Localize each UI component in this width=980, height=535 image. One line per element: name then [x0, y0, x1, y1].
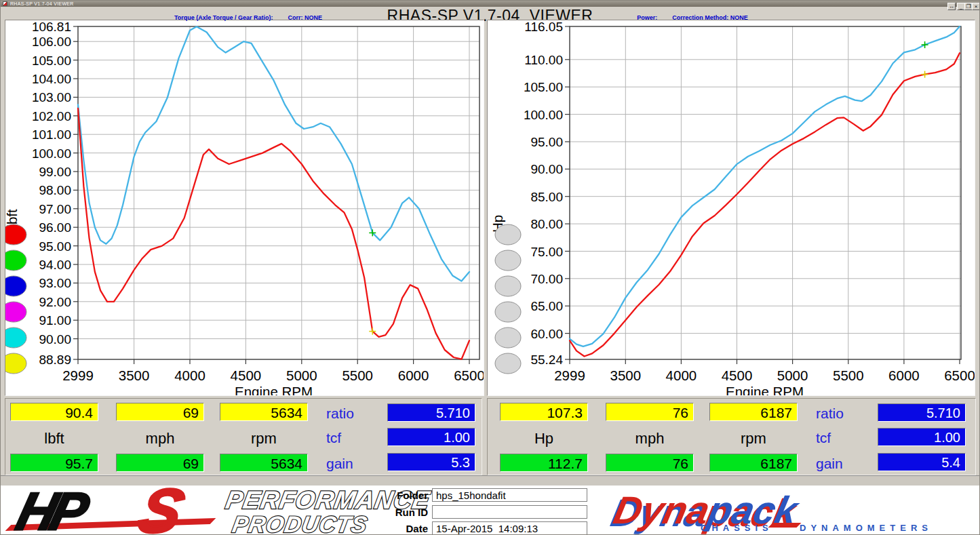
rpm-unit-label: rpm [709, 430, 798, 448]
power-cursor-mph-field: 76 [606, 403, 694, 421]
y-tick-label: 95.00 [39, 239, 71, 254]
y-tick-label: 104.00 [32, 72, 71, 86]
torque-cursor2-value-field: 95.7 [10, 454, 98, 472]
power-header-label: Power: [637, 14, 657, 21]
x-tick-label: 5000 [777, 368, 808, 383]
torque-cursor2-rpm-field: 5634 [220, 454, 308, 472]
hps-logo: HP S PERFORMANCE PRODUCTS [1, 486, 380, 534]
footer: HP S PERFORMANCE PRODUCTS Folder Run ID … [1, 486, 980, 534]
y-tick-label: 55.24 [530, 353, 563, 367]
window-titlebar: RHAS-SP V1.7-04 VIEWER [1, 1, 980, 7]
y-tick-label: 106.81 [32, 20, 71, 34]
trace-color-button-disabled-0 [495, 224, 521, 245]
torque-chart-header: Torque (Axle Torque / Gear Ratio): Corr:… [133, 14, 364, 21]
tcf-label: tcf [816, 430, 831, 446]
power-cursor2-mph-field: 76 [606, 454, 694, 472]
y-tick-label: 96.00 [39, 220, 71, 235]
gain-label: gain [816, 456, 843, 472]
x-tick-label: 2999 [554, 368, 585, 383]
folder-input[interactable] [432, 488, 587, 502]
torque-cursor2-mph-field: 69 [116, 454, 204, 472]
y-tick-label: 85.00 [530, 190, 563, 204]
y-tick-label: 100.00 [524, 108, 563, 122]
x-tick-label: 6500 [944, 368, 975, 383]
trace-color-button-disabled-5 [495, 353, 521, 374]
gain-label: gain [326, 456, 353, 472]
x-axis-title: Engine RPM [235, 384, 313, 395]
y-tick-label: 99.00 [39, 165, 71, 179]
y-tick-label: 60.00 [530, 327, 563, 341]
y-tick-label: 106.00 [32, 35, 71, 49]
dynapack-chassis-text: CHASSIS [701, 523, 773, 533]
gain-value-field: 5.3 [387, 453, 475, 471]
run-id-input[interactable] [432, 505, 587, 519]
run-id-label: Run ID [340, 507, 428, 518]
viewer-window: RHAS-SP V1.7-04 VIEWER ↔ _ ❐ × RHAS-SP V… [0, 0, 980, 535]
torque-cursor-mph-field: 69 [116, 403, 204, 421]
trace-color-button-disabled-3 [495, 302, 521, 322]
tcf-value-field: 1.00 [387, 428, 475, 446]
ratio-value-field: 5.710 [387, 403, 475, 422]
y-tick-label: 75.00 [530, 245, 563, 259]
tcf-label: tcf [326, 430, 341, 446]
y-tick-label: 95.00 [530, 135, 563, 149]
trace-color-button-green[interactable] [5, 250, 26, 271]
x-axis-title: Engine RPM [726, 384, 804, 395]
x-tick-label: 5500 [833, 368, 864, 383]
x-tick-label: 6500 [454, 368, 484, 383]
power-cursor2-rpm-field: 6187 [709, 454, 798, 472]
y-tick-label: 90.00 [39, 332, 71, 346]
x-tick-label: 4500 [722, 368, 753, 383]
y-tick-label: 65.00 [530, 299, 563, 313]
y-tick-label: 110.00 [524, 53, 563, 67]
power-chart[interactable]: 116.05110.00105.00100.0095.0090.0085.008… [488, 20, 975, 395]
y-tick-label: 103.00 [32, 90, 71, 104]
ratio-value-field: 5.710 [878, 403, 966, 422]
x-tick-label: 4500 [231, 368, 262, 383]
trace-color-button-disabled-4 [495, 328, 521, 348]
power-cursor2-value-field: 112.7 [500, 454, 588, 472]
date-input[interactable] [432, 521, 587, 535]
plot-area: 116.05110.00105.00100.0095.0090.0085.008… [490, 20, 975, 395]
trace-color-button-cyan[interactable] [5, 328, 26, 348]
x-tick-label: 3500 [119, 368, 150, 383]
trace-color-button-disabled-1 [495, 250, 521, 271]
y-tick-label: 102.00 [32, 109, 71, 123]
y-tick-label: 100.00 [32, 146, 71, 161]
trace-color-button-magenta[interactable] [5, 302, 26, 322]
trace-color-button-red[interactable] [5, 224, 26, 245]
hps-logo-hp: HP [11, 481, 90, 535]
mph-unit-label: mph [606, 430, 694, 448]
y-tick-label: 94.00 [39, 258, 71, 272]
power-chart-header: Power: Correction Method: NONE [591, 14, 794, 21]
torque-header-label: Torque (Axle Torque / Gear Ratio): [174, 14, 273, 21]
torque-chart-panel: 106.81106.00105.00104.00103.00102.00101.… [5, 20, 484, 396]
torque-unit-label: lbft [10, 430, 98, 448]
power-chart-panel: 116.05110.00105.00100.0095.0090.0085.008… [487, 20, 975, 396]
x-tick-label: 2999 [62, 368, 94, 383]
power-cursor-value-field: 107.3 [500, 403, 588, 421]
dynapack-dynamometers-text: DYNAMOMETERS [800, 523, 933, 533]
gain-value-field: 5.4 [878, 453, 966, 471]
x-tick-label: 4000 [666, 368, 697, 383]
x-tick-label: 4000 [174, 368, 205, 383]
x-tick-label: 6000 [398, 368, 429, 383]
y-tick-label: 105.00 [32, 54, 71, 68]
ratio-label: ratio [326, 405, 354, 422]
y-tick-label: 90.00 [530, 162, 563, 176]
torque-cursor-rpm-field: 5634 [220, 403, 308, 421]
trace-color-button-yellow[interactable] [5, 353, 26, 374]
power-cursor-rpm-field: 6187 [709, 403, 798, 421]
y-tick-label: 88.89 [39, 353, 71, 367]
x-tick-label: 5500 [342, 368, 373, 383]
y-tick-label: 98.00 [39, 183, 71, 197]
plot-area: 106.81106.00105.00104.00103.00102.00101.… [5, 20, 484, 395]
rpm-unit-label: rpm [220, 430, 308, 448]
trace-color-button-blue[interactable] [5, 276, 26, 296]
window-title: RHAS-SP V1.7-04 VIEWER [10, 1, 74, 7]
x-tick-label: 3500 [610, 368, 641, 383]
dynapack-swoosh [768, 523, 802, 528]
torque-corr-label: Corr: NONE [288, 14, 323, 21]
y-tick-label: 101.00 [32, 127, 71, 142]
torque-chart[interactable]: 106.81106.00105.00104.00103.00102.00101.… [5, 20, 484, 395]
